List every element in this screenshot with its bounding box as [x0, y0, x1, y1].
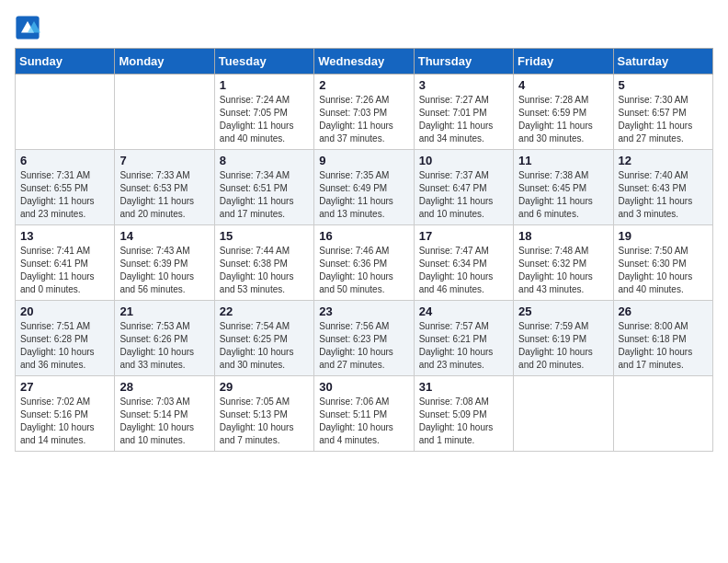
- calendar-week-row: 20Sunrise: 7:51 AM Sunset: 6:28 PM Dayli…: [16, 301, 713, 376]
- weekday-header-cell: Monday: [115, 49, 214, 75]
- calendar-day-cell: 15Sunrise: 7:44 AM Sunset: 6:38 PM Dayli…: [214, 225, 313, 301]
- day-info: Sunrise: 7:53 AM Sunset: 6:26 PM Dayligh…: [119, 320, 209, 372]
- calendar-day-cell: [16, 75, 115, 150]
- day-number: 30: [319, 380, 408, 394]
- day-number: 14: [119, 229, 209, 243]
- day-info: Sunrise: 7:03 AM Sunset: 5:14 PM Dayligh…: [119, 396, 209, 447]
- day-number: 11: [518, 154, 608, 167]
- day-number: 3: [419, 78, 508, 92]
- calendar-day-cell: 3Sunrise: 7:27 AM Sunset: 7:01 PM Daylig…: [414, 75, 513, 150]
- day-number: 22: [220, 304, 309, 318]
- calendar-day-cell: 30Sunrise: 7:06 AM Sunset: 5:11 PM Dayli…: [314, 376, 414, 452]
- day-info: Sunrise: 7:08 AM Sunset: 5:09 PM Dayligh…: [419, 396, 508, 447]
- calendar-day-cell: [613, 376, 712, 452]
- calendar-day-cell: 5Sunrise: 7:30 AM Sunset: 6:57 PM Daylig…: [613, 75, 712, 150]
- calendar-day-cell: 6Sunrise: 7:31 AM Sunset: 6:55 PM Daylig…: [16, 150, 115, 225]
- day-info: Sunrise: 7:57 AM Sunset: 6:21 PM Dayligh…: [419, 320, 508, 372]
- day-info: Sunrise: 7:54 AM Sunset: 6:25 PM Dayligh…: [220, 320, 309, 372]
- calendar-day-cell: 18Sunrise: 7:48 AM Sunset: 6:32 PM Dayli…: [514, 225, 613, 301]
- calendar-day-cell: 14Sunrise: 7:43 AM Sunset: 6:39 PM Dayli…: [115, 225, 214, 301]
- day-info: Sunrise: 7:40 AM Sunset: 6:43 PM Dayligh…: [619, 169, 708, 221]
- calendar-body: 1Sunrise: 7:24 AM Sunset: 7:05 PM Daylig…: [16, 75, 713, 452]
- calendar-week-row: 13Sunrise: 7:41 AM Sunset: 6:41 PM Dayli…: [16, 225, 713, 301]
- day-number: 10: [419, 154, 508, 167]
- day-number: 20: [20, 304, 109, 318]
- day-info: Sunrise: 7:02 AM Sunset: 5:16 PM Dayligh…: [20, 396, 109, 447]
- day-info: Sunrise: 7:47 AM Sunset: 6:34 PM Dayligh…: [419, 245, 508, 296]
- weekday-header-row: SundayMondayTuesdayWednesdayThursdayFrid…: [16, 49, 713, 75]
- logo: [15, 15, 44, 40]
- day-info: Sunrise: 7:37 AM Sunset: 6:47 PM Dayligh…: [419, 169, 508, 221]
- calendar-day-cell: 1Sunrise: 7:24 AM Sunset: 7:05 PM Daylig…: [214, 75, 313, 150]
- calendar-day-cell: 27Sunrise: 7:02 AM Sunset: 5:16 PM Dayli…: [16, 376, 115, 452]
- calendar-day-cell: 31Sunrise: 7:08 AM Sunset: 5:09 PM Dayli…: [414, 376, 513, 452]
- calendar-day-cell: 29Sunrise: 7:05 AM Sunset: 5:13 PM Dayli…: [214, 376, 313, 452]
- day-number: 16: [319, 229, 408, 243]
- day-number: 5: [619, 78, 708, 92]
- day-info: Sunrise: 7:50 AM Sunset: 6:30 PM Dayligh…: [619, 245, 708, 296]
- day-info: Sunrise: 7:34 AM Sunset: 6:51 PM Dayligh…: [220, 169, 309, 221]
- calendar-day-cell: 24Sunrise: 7:57 AM Sunset: 6:21 PM Dayli…: [414, 301, 513, 376]
- day-number: 21: [119, 304, 209, 318]
- day-info: Sunrise: 7:46 AM Sunset: 6:36 PM Dayligh…: [319, 245, 408, 296]
- calendar-day-cell: 21Sunrise: 7:53 AM Sunset: 6:26 PM Dayli…: [115, 301, 214, 376]
- day-number: 12: [619, 154, 708, 167]
- day-number: 2: [319, 78, 408, 92]
- weekday-header-cell: Wednesday: [314, 49, 414, 75]
- day-number: 17: [419, 229, 508, 243]
- day-number: 26: [619, 304, 708, 318]
- day-number: 24: [419, 304, 508, 318]
- day-info: Sunrise: 7:26 AM Sunset: 7:03 PM Dayligh…: [319, 94, 408, 145]
- weekday-header-cell: Tuesday: [214, 49, 313, 75]
- day-number: 27: [20, 380, 109, 394]
- day-number: 7: [119, 154, 209, 167]
- calendar-day-cell: 7Sunrise: 7:33 AM Sunset: 6:53 PM Daylig…: [115, 150, 214, 225]
- day-info: Sunrise: 7:28 AM Sunset: 6:59 PM Dayligh…: [518, 94, 608, 145]
- day-info: Sunrise: 7:30 AM Sunset: 6:57 PM Dayligh…: [619, 94, 708, 145]
- day-number: 6: [20, 154, 109, 167]
- day-number: 15: [220, 229, 309, 243]
- day-number: 13: [20, 229, 109, 243]
- day-info: Sunrise: 7:33 AM Sunset: 6:53 PM Dayligh…: [119, 169, 209, 221]
- calendar-day-cell: 13Sunrise: 7:41 AM Sunset: 6:41 PM Dayli…: [16, 225, 115, 301]
- calendar-day-cell: 26Sunrise: 8:00 AM Sunset: 6:18 PM Dayli…: [613, 301, 712, 376]
- day-info: Sunrise: 7:41 AM Sunset: 6:41 PM Dayligh…: [20, 245, 109, 296]
- day-info: Sunrise: 7:06 AM Sunset: 5:11 PM Dayligh…: [319, 396, 408, 447]
- day-number: 9: [319, 154, 408, 167]
- day-info: Sunrise: 8:00 AM Sunset: 6:18 PM Dayligh…: [619, 320, 708, 372]
- day-info: Sunrise: 7:05 AM Sunset: 5:13 PM Dayligh…: [220, 396, 309, 447]
- day-number: 23: [319, 304, 408, 318]
- calendar-day-cell: 20Sunrise: 7:51 AM Sunset: 6:28 PM Dayli…: [16, 301, 115, 376]
- day-info: Sunrise: 7:56 AM Sunset: 6:23 PM Dayligh…: [319, 320, 408, 372]
- calendar-week-row: 1Sunrise: 7:24 AM Sunset: 7:05 PM Daylig…: [16, 75, 713, 150]
- day-number: 18: [518, 229, 608, 243]
- calendar-day-cell: 12Sunrise: 7:40 AM Sunset: 6:43 PM Dayli…: [613, 150, 712, 225]
- day-info: Sunrise: 7:27 AM Sunset: 7:01 PM Dayligh…: [419, 94, 508, 145]
- calendar-table: SundayMondayTuesdayWednesdayThursdayFrid…: [15, 48, 713, 452]
- calendar-day-cell: [514, 376, 613, 452]
- calendar-day-cell: 8Sunrise: 7:34 AM Sunset: 6:51 PM Daylig…: [214, 150, 313, 225]
- weekday-header-cell: Saturday: [613, 49, 712, 75]
- calendar-day-cell: 9Sunrise: 7:35 AM Sunset: 6:49 PM Daylig…: [314, 150, 414, 225]
- calendar-day-cell: 22Sunrise: 7:54 AM Sunset: 6:25 PM Dayli…: [214, 301, 313, 376]
- day-info: Sunrise: 7:59 AM Sunset: 6:19 PM Dayligh…: [518, 320, 608, 372]
- calendar-day-cell: [115, 75, 214, 150]
- day-number: 1: [220, 78, 309, 92]
- calendar-day-cell: 23Sunrise: 7:56 AM Sunset: 6:23 PM Dayli…: [314, 301, 414, 376]
- calendar-day-cell: 11Sunrise: 7:38 AM Sunset: 6:45 PM Dayli…: [514, 150, 613, 225]
- calendar-week-row: 6Sunrise: 7:31 AM Sunset: 6:55 PM Daylig…: [16, 150, 713, 225]
- logo-icon: [15, 15, 40, 40]
- page-header: [15, 15, 713, 40]
- calendar-day-cell: 19Sunrise: 7:50 AM Sunset: 6:30 PM Dayli…: [613, 225, 712, 301]
- day-info: Sunrise: 7:35 AM Sunset: 6:49 PM Dayligh…: [319, 169, 408, 221]
- day-number: 19: [619, 229, 708, 243]
- weekday-header-cell: Thursday: [414, 49, 513, 75]
- day-info: Sunrise: 7:43 AM Sunset: 6:39 PM Dayligh…: [119, 245, 209, 296]
- day-number: 8: [220, 154, 309, 167]
- day-number: 31: [419, 380, 508, 394]
- day-info: Sunrise: 7:51 AM Sunset: 6:28 PM Dayligh…: [20, 320, 109, 372]
- calendar-week-row: 27Sunrise: 7:02 AM Sunset: 5:16 PM Dayli…: [16, 376, 713, 452]
- day-number: 28: [119, 380, 209, 394]
- calendar-day-cell: 2Sunrise: 7:26 AM Sunset: 7:03 PM Daylig…: [314, 75, 414, 150]
- calendar-day-cell: 4Sunrise: 7:28 AM Sunset: 6:59 PM Daylig…: [514, 75, 613, 150]
